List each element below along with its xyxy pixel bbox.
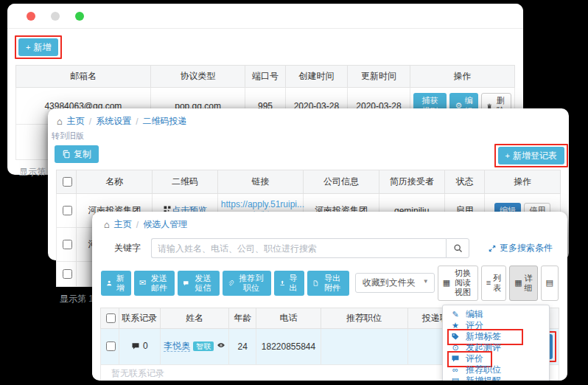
cell-select (57, 194, 77, 228)
col-company: 公司信息 (304, 170, 379, 194)
keyword-input[interactable] (151, 238, 446, 258)
cell-select (101, 328, 119, 364)
add-email-button[interactable]: + 新增 (18, 38, 58, 56)
search-bar: 关键字 更多搜索条件 (92, 232, 567, 258)
col-phone: 电话 (256, 308, 321, 328)
more-search-conditions-link[interactable]: 更多搜索条件 (488, 242, 553, 254)
select-all-checkbox[interactable] (63, 177, 72, 187)
envelope-icon: ✉ (139, 279, 146, 287)
maximize-button[interactable] (75, 12, 84, 21)
breadcrumb: ⌂ 主页 / 系统设置 / 二维码投递 (48, 108, 569, 129)
export-icon (279, 279, 286, 288)
toolbar: 新增 ✉发送邮件 发送短信 推荐到职位 导出 导出附件 收藏到文件夹 ▼ ▦切换… (92, 258, 567, 301)
contact-count: 0 (143, 341, 148, 351)
breadcrumb-system-settings[interactable]: 系统设置 (96, 115, 131, 128)
close-button[interactable] (27, 12, 35, 21)
chat-icon (131, 341, 140, 350)
col-select (57, 170, 77, 194)
col-contact-records: 联系记录 (119, 308, 160, 328)
col-qrcode: 二维码 (152, 170, 217, 194)
menu-item-recommend-job[interactable]: ∞ 推荐职位 (443, 364, 549, 375)
col-name: 姓名 (160, 308, 228, 328)
home-icon: ⌂ (57, 117, 63, 126)
row-checkbox[interactable] (106, 341, 116, 351)
breadcrumb-candidates[interactable]: 候选人管理 (143, 218, 187, 231)
col-created: 创建时间 (285, 66, 348, 88)
email-table-header: 邮箱名 协议类型 端口号 创建时间 更新时间 操作 (16, 66, 515, 88)
add-email-label: 新增 (33, 42, 51, 52)
cell-select (57, 262, 77, 287)
send-sms-button[interactable]: 发送短信 (178, 271, 220, 296)
grid-view-button[interactable]: ▤ (541, 266, 559, 301)
apply-url-link[interactable]: https://apply.51ruipi... (221, 199, 300, 209)
breadcrumb-separator: / (136, 220, 139, 230)
menu-item-evaluate[interactable]: 评价 (443, 353, 549, 364)
plus-icon: + (505, 152, 510, 160)
more-search-label: 更多搜索条件 (500, 242, 553, 254)
keyword-label: 关键字 (114, 242, 141, 254)
tag-icon (450, 332, 461, 341)
breadcrumb-home[interactable]: 主页 (114, 218, 132, 231)
cell-age: 24 (229, 328, 256, 364)
grid-icon: ▦ (514, 279, 522, 287)
file-icon (312, 279, 319, 288)
menu-item-edit[interactable]: ✎ 编辑 (443, 309, 549, 320)
search-icon (453, 243, 463, 253)
chat-icon (450, 354, 461, 364)
export-attachments-button[interactable]: 导出附件 (307, 271, 349, 296)
col-updated: 更新时间 (348, 66, 410, 88)
send-email-button[interactable]: ✉发送邮件 (134, 271, 175, 296)
menu-item-label: 新增标签 (466, 330, 501, 343)
list-view-button[interactable]: ≡列表 (481, 266, 506, 301)
col-actions: 操作 (410, 66, 514, 88)
cell-phone: 18220855844 (256, 328, 321, 364)
breadcrumb-qr-delivery[interactable]: 二维码投递 (143, 115, 187, 128)
switch-reading-view-button[interactable]: ▦切换阅读视图 (438, 266, 478, 301)
detail-view-button[interactable]: ▦详细 (509, 266, 537, 301)
minimize-button[interactable] (51, 12, 60, 21)
add-candidate-button[interactable]: 新增 (101, 271, 131, 296)
add-registration-form-button[interactable]: + 新增登记表 (498, 147, 564, 164)
col-receiver: 简历接受者 (379, 170, 444, 194)
col-age: 年龄 (229, 308, 256, 328)
folder-select[interactable]: 收藏到文件夹 ▼ (355, 273, 435, 293)
menu-item-add-reminder[interactable]: ▤ 新增提醒 (443, 375, 549, 381)
row-checkbox[interactable] (63, 206, 72, 215)
switch-view-label: 切换阅读视图 (452, 268, 473, 298)
row-checkbox[interactable] (63, 269, 72, 279)
add-label: 新增 (115, 274, 127, 293)
cell-name: 李悦奥智联 (160, 328, 228, 364)
candidate-name-link[interactable]: 李悦奥 (164, 341, 190, 352)
legacy-version-link[interactable]: 转到旧版 (48, 129, 569, 142)
copy-icon (62, 150, 71, 159)
export-attachments-label: 导出附件 (321, 274, 344, 293)
detail-view-label: 详细 (525, 274, 533, 293)
menu-item-add-tag[interactable]: 新增标签 (443, 331, 549, 342)
add-registration-form-label: 新增登记表 (513, 150, 557, 161)
col-status: 状态 (444, 170, 485, 194)
export-label: 导出 (287, 274, 299, 293)
send-sms-label: 发送短信 (192, 274, 215, 293)
search-button[interactable] (446, 238, 469, 258)
expand-icon (488, 244, 497, 253)
export-button[interactable]: 导出 (274, 271, 304, 296)
breadcrumb-home[interactable]: 主页 (67, 115, 85, 128)
col-name: 名称 (77, 170, 153, 194)
home-icon: ⌂ (104, 220, 110, 229)
pencil-icon: ✎ (450, 311, 461, 319)
folder-select-value: 收藏到文件夹 (363, 277, 416, 288)
paperclip-icon (228, 279, 234, 288)
list-view-label: 列表 (493, 274, 501, 293)
grid-icon: ▦ (443, 279, 450, 287)
recommend-label: 推荐到职位 (237, 274, 266, 293)
send-email-label: 发送邮件 (148, 274, 169, 293)
recommend-to-job-button[interactable]: 推荐到职位 (223, 271, 270, 296)
menu-item-label: 新增提醒 (466, 375, 501, 381)
reminder-icon: ▤ (450, 377, 461, 381)
select-all-checkbox[interactable] (106, 313, 116, 323)
eye-icon[interactable] (217, 341, 225, 350)
col-select (101, 308, 119, 328)
copy-button[interactable]: 复制 (55, 145, 99, 163)
row-checkbox[interactable] (63, 240, 72, 249)
col-recommended-job: 推荐职位 (321, 308, 407, 328)
